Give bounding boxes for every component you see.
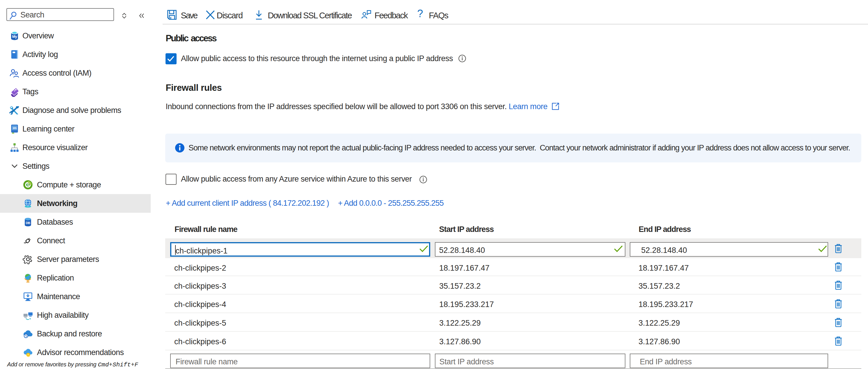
svg-text:$: $ — [27, 183, 29, 187]
svg-text:DB: DB — [26, 221, 30, 225]
svg-text:My: My — [12, 34, 18, 39]
svg-text:101: 101 — [12, 127, 17, 129]
